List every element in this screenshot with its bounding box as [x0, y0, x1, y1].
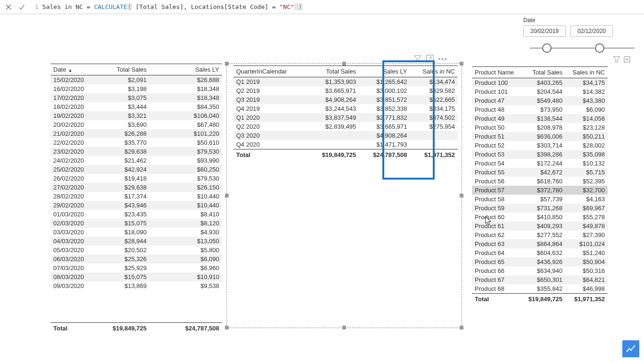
table-row[interactable]: 20/02/2020$3,690$67,480 [50, 120, 222, 129]
slider-knob-end[interactable] [595, 43, 604, 53]
table-row[interactable]: Product 56$618,760$52,395 [472, 177, 608, 186]
table-row[interactable]: Product 49$136,544$14,056 [472, 114, 608, 123]
table-cell: $50,610 [149, 138, 222, 147]
slicer-start-date[interactable]: 20/02/2019 [523, 25, 566, 37]
date-table-visual[interactable]: Date▲ Total Sales Sales LY 15/02/2020$2,… [50, 63, 223, 335]
table-row[interactable]: 09/03/2020$13,869$9,538 [50, 281, 222, 290]
col-sales-ly[interactable]: Sales LY [149, 64, 222, 75]
formula-string: "NC" [280, 3, 294, 10]
filter-icon[interactable] [613, 56, 620, 65]
slicer-end-date[interactable]: 02/12/2020 [570, 25, 613, 37]
table-row[interactable]: 23/02/2020$29,638$79,530 [50, 147, 222, 156]
table-row[interactable]: Q4 2020$1,471,793 [233, 140, 458, 149]
col-product[interactable]: Product Name [472, 67, 522, 78]
table-row[interactable]: Product 101$204,544$14,382 [472, 87, 608, 96]
table-cell: $136,544 [522, 114, 565, 123]
table-cell: 27/02/2020 [50, 183, 93, 192]
product-table-visual[interactable]: Product Name Total Sales Sales in NC Pro… [471, 66, 608, 337]
col-quarter[interactable]: QuarterInCalendar [233, 66, 303, 77]
table-row[interactable]: Q3 2020$4,908,264 [233, 131, 458, 140]
table-row[interactable]: Product 50$208,978$23,128 [472, 123, 608, 132]
table-row[interactable]: Product 52$303,714$28,002 [472, 141, 608, 150]
table-row[interactable]: Q4 2019$3,244,543$3,852,338$334,175 [233, 104, 458, 113]
table-row[interactable]: Product 55$42,672$5,715 [472, 168, 608, 177]
resize-handle[interactable] [460, 62, 463, 66]
table-cell: Product 50 [472, 123, 522, 132]
table-row[interactable]: Product 51$636,006$50,211 [472, 132, 608, 141]
table-row[interactable]: Q2 2020$2,839,495$3,665,971$275,954 [233, 122, 458, 131]
table-row[interactable]: 26/02/2020$19,418$79,530 [50, 174, 222, 183]
table-row[interactable]: 19/02/2020$3,321$106,040 [50, 111, 222, 120]
table-row[interactable]: 29/02/2020$43,946$10,440 [50, 201, 222, 210]
table-cell: Product 60 [472, 213, 522, 222]
table-row[interactable]: Product 57$372,780$32,700 [472, 186, 608, 195]
table-row[interactable]: Product 53$398,286$35,098 [472, 150, 608, 159]
filter-applied-icon[interactable] [414, 55, 421, 64]
table-row[interactable]: Q1 2019$1,353,903$1,265,642$134,474 [233, 77, 458, 87]
table-row[interactable]: Product 65$436,926$50,904 [472, 257, 608, 266]
quarter-table-visual[interactable]: QuarterInCalendar Total Sales Sales LY S… [226, 63, 462, 328]
table-row[interactable]: 02/03/2020$15,075$8,120 [50, 219, 222, 228]
table-row[interactable]: Q2 2019$3,665,971$3,000,102$329,582 [233, 86, 458, 95]
total-sales-ly: $24,787,508 [359, 149, 410, 161]
table-row[interactable]: 18/02/2020$3,444$84,350 [50, 102, 222, 111]
col-total-sales[interactable]: Total Sales [93, 64, 149, 75]
table-cell: $101,220 [149, 129, 222, 138]
col-sales-ly[interactable]: Sales LY [359, 66, 410, 77]
table-row[interactable]: Product 63$864,864$101,024 [472, 239, 608, 248]
table-row[interactable]: Product 48$73,950$6,090 [472, 105, 608, 114]
table-row[interactable]: 04/03/2020$28,944$13,050 [50, 237, 222, 246]
commit-formula-button[interactable] [16, 1, 27, 13]
table-row[interactable]: Q3 2019$4,908,264$3,851,572$522,665 [233, 95, 458, 104]
table-row[interactable]: 27/02/2020$29,638$26,150 [50, 183, 222, 192]
resize-handle[interactable] [225, 62, 229, 66]
table-row[interactable]: 21/02/2020$26,288$101,220 [50, 129, 222, 138]
resize-handle[interactable] [225, 194, 229, 197]
table-row[interactable]: Product 67$650,301$64,821 [472, 275, 608, 284]
col-sales-nc[interactable]: Sales in NC [565, 67, 608, 78]
col-sales-nc[interactable]: Sales in NC [410, 66, 458, 77]
table-row[interactable]: Q1 2020$3,837,549$2,771,832$374,502 [233, 113, 458, 122]
table-cell: $355,842 [522, 284, 565, 294]
resize-handle[interactable] [342, 326, 346, 329]
resize-handle[interactable] [342, 62, 346, 66]
table-row[interactable]: 01/03/2020$23,435$8,410 [50, 210, 222, 219]
col-total-sales[interactable]: Total Sales [522, 67, 565, 78]
table-row[interactable]: Product 59$731,268$69,967 [472, 204, 608, 213]
table-row[interactable]: 07/03/2020$25,929$6,960 [50, 263, 222, 272]
clear-slicer-icon[interactable] [623, 56, 631, 65]
table-row[interactable]: 25/02/2020$42,924$60,250 [50, 165, 222, 174]
table-row[interactable]: 03/03/2020$18,090$4,930 [50, 228, 222, 237]
resize-handle[interactable] [460, 326, 463, 329]
table-row[interactable]: 05/03/2020$20,502$5,800 [50, 246, 222, 255]
table-cell: $17,374 [93, 192, 149, 201]
slider-knob-start[interactable] [542, 43, 552, 53]
table-row[interactable]: 22/02/2020$35,770$50,610 [50, 138, 222, 147]
table-row[interactable]: Product 47$549,480$43,380 [472, 96, 608, 105]
table-row[interactable]: 28/02/2020$17,374$10,440 [50, 192, 222, 201]
table-row[interactable]: 24/02/2020$21,462$93,990 [50, 156, 222, 165]
table-row[interactable]: 15/02/2020$2,091$26,688 [50, 75, 222, 84]
table-row[interactable]: Product 100$403,265$34,175 [472, 78, 608, 88]
date-table-scroll[interactable]: 15/02/2020$2,091$26,68816/02/2020$3,198$… [50, 75, 222, 322]
col-date[interactable]: Date▲ [50, 64, 93, 75]
table-row[interactable]: Product 64$604,632$51,240 [472, 248, 608, 257]
resize-handle[interactable] [460, 194, 463, 197]
table-row[interactable]: Product 66$634,940$50,316 [472, 266, 608, 275]
formula-input[interactable]: Sales in NC = CALCULATE( [Total Sales], … [42, 3, 642, 10]
cancel-formula-button[interactable] [3, 1, 14, 13]
cursor-icon [485, 216, 493, 226]
table-row[interactable]: Product 62$277,552$27,390 [472, 230, 608, 239]
table-row[interactable]: Product 68$355,842$46,998 [472, 284, 608, 294]
table-row[interactable]: 17/02/2020$3,075$18,348 [50, 93, 222, 102]
col-total-sales[interactable]: Total Sales [303, 66, 359, 77]
table-row[interactable]: Product 54$172,244$10,132 [472, 159, 608, 168]
slicer-slider[interactable] [525, 42, 639, 54]
table-row[interactable]: Product 58$57,739$4,163 [472, 195, 608, 204]
focus-mode-icon[interactable] [426, 55, 434, 64]
table-row[interactable]: 06/03/2020$25,326$6,090 [50, 255, 222, 263]
resize-handle[interactable] [225, 326, 229, 329]
table-row[interactable]: 08/03/2020$15,075$10,910 [50, 272, 222, 281]
more-options-icon[interactable]: ••• [438, 56, 448, 63]
table-row[interactable]: 16/02/2020$3,198$18,348 [50, 84, 222, 93]
